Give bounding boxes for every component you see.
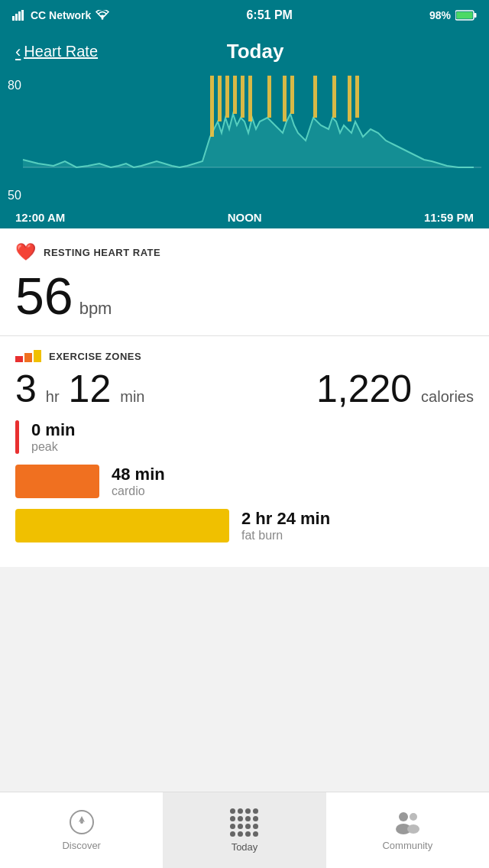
svg-rect-10 xyxy=(210,76,214,137)
today-icon xyxy=(230,808,258,837)
status-right: 98% xyxy=(429,9,477,21)
svg-rect-3 xyxy=(21,10,24,21)
back-label[interactable]: Heart Rate xyxy=(24,43,98,60)
nav-item-community[interactable]: Community xyxy=(326,792,489,868)
svg-point-25 xyxy=(80,821,83,824)
svg-rect-17 xyxy=(283,76,287,121)
heart-rate-chart: 80 50 12:00 AM NOON 11:59 PM xyxy=(0,76,489,228)
fatburn-zone-name: fat burn xyxy=(241,529,330,542)
signal-icon xyxy=(12,10,26,21)
bpm-display: 56 bpm xyxy=(15,270,474,322)
carrier-label: CC Network xyxy=(31,9,91,21)
today-label: Today xyxy=(232,841,258,853)
status-bar: CC Network 6:51 PM 98% xyxy=(0,0,489,31)
svg-rect-21 xyxy=(348,76,351,121)
svg-point-4 xyxy=(102,18,104,20)
svg-point-26 xyxy=(399,812,408,821)
total-time-min-label: min xyxy=(120,388,144,406)
back-chevron-icon: ‹ xyxy=(15,42,21,62)
svg-rect-14 xyxy=(241,76,244,118)
peak-zone-row: 0 min peak xyxy=(15,420,474,454)
cardio-zone-info: 48 min cardio xyxy=(112,465,165,498)
chart-x-end: 11:59 PM xyxy=(424,211,474,224)
community-label: Community xyxy=(382,840,432,851)
cardio-zone-time: 48 min xyxy=(112,465,165,484)
status-time: 6:51 PM xyxy=(246,8,292,22)
zones-icon xyxy=(15,350,41,362)
back-button[interactable]: ‹ Heart Rate xyxy=(15,42,98,62)
fatburn-zone-info: 2 hr 24 min fat burn xyxy=(241,509,330,542)
svg-rect-18 xyxy=(290,76,294,114)
svg-rect-16 xyxy=(267,76,271,118)
heart-icon: ❤️ xyxy=(15,242,36,262)
chart-x-labels: 12:00 AM NOON 11:59 PM xyxy=(0,206,489,228)
fatburn-zone-row: 2 hr 24 min fat burn xyxy=(15,509,474,542)
nav-item-today[interactable]: Today xyxy=(163,792,325,868)
main-content: ❤️ RESTING HEART RATE 56 bpm EXERCISE ZO… xyxy=(0,228,489,567)
svg-point-28 xyxy=(410,813,417,821)
resting-hr-header: ❤️ RESTING HEART RATE xyxy=(15,242,474,262)
svg-rect-6 xyxy=(474,13,476,18)
zones-orange-bar xyxy=(24,353,32,362)
bpm-unit: bpm xyxy=(79,299,112,319)
calories-unit: calories xyxy=(421,388,474,406)
resting-hr-title: RESTING HEART RATE xyxy=(44,247,160,258)
battery-percent: 98% xyxy=(429,9,451,21)
chart-svg xyxy=(0,76,489,206)
exercise-zones-header: EXERCISE ZONES xyxy=(15,350,474,362)
status-left: CC Network xyxy=(12,9,109,21)
header: ‹ Heart Rate Today xyxy=(0,31,489,76)
fatburn-zone-time: 2 hr 24 min xyxy=(241,509,330,529)
bpm-value: 56 xyxy=(15,270,73,322)
community-icon xyxy=(393,809,422,835)
exercise-zones-title: EXERCISE ZONES xyxy=(49,351,141,362)
total-calories: 1,220 xyxy=(316,370,412,408)
svg-rect-1 xyxy=(15,14,18,21)
nav-item-discover[interactable]: Discover xyxy=(0,792,163,868)
zones-summary: 3 hr 12 min 1,220 calories xyxy=(15,370,474,408)
total-time-minutes: 12 xyxy=(69,370,112,408)
wifi-icon xyxy=(96,10,109,21)
peak-zone-name: peak xyxy=(31,440,75,454)
total-time-hours: 3 xyxy=(15,370,37,408)
chart-x-start: 12:00 AM xyxy=(15,211,65,224)
fatburn-zone-bar xyxy=(15,509,229,542)
svg-point-29 xyxy=(407,824,419,834)
exercise-zones-section: EXERCISE ZONES 3 hr 12 min 1,220 calorie… xyxy=(0,336,489,567)
resting-heart-rate-section: ❤️ RESTING HEART RATE 56 bpm xyxy=(0,228,489,336)
svg-rect-13 xyxy=(233,76,237,114)
zones-red-bar xyxy=(15,356,23,362)
svg-rect-2 xyxy=(18,11,21,21)
battery-icon xyxy=(455,10,477,21)
svg-rect-7 xyxy=(456,12,472,19)
svg-rect-0 xyxy=(12,16,15,21)
svg-rect-22 xyxy=(355,76,359,118)
cardio-zone-name: cardio xyxy=(112,484,165,498)
peak-zone-indicator xyxy=(15,420,19,454)
page-title: Today xyxy=(227,40,284,63)
peak-zone-info: 0 min peak xyxy=(31,420,75,454)
svg-rect-15 xyxy=(248,76,252,121)
bottom-nav: Discover Today xyxy=(0,792,489,868)
svg-marker-9 xyxy=(23,114,474,167)
total-time-hr-label: hr xyxy=(46,388,60,406)
svg-rect-12 xyxy=(225,76,229,118)
svg-rect-11 xyxy=(218,76,222,121)
svg-rect-19 xyxy=(313,76,317,118)
discover-icon xyxy=(69,809,95,835)
discover-label: Discover xyxy=(62,840,101,851)
zones-yellow-bar xyxy=(34,350,41,362)
peak-zone-time: 0 min xyxy=(31,420,75,440)
cardio-zone-row: 48 min cardio xyxy=(15,465,474,498)
chart-x-mid: NOON xyxy=(228,211,262,224)
cardio-zone-bar xyxy=(15,465,99,498)
svg-rect-20 xyxy=(332,76,336,118)
